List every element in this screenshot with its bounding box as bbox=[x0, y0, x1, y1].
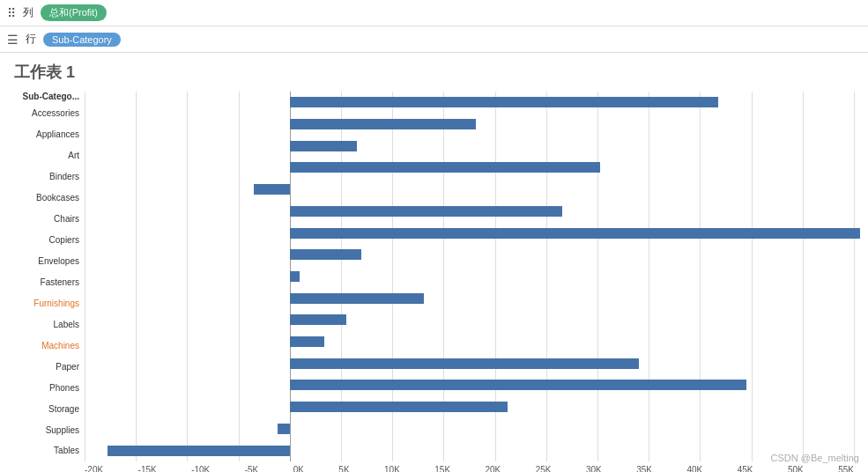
x-label-14: 50K bbox=[788, 465, 804, 472]
bar-binders bbox=[290, 162, 600, 173]
y-label-storage: Storage bbox=[48, 398, 79, 419]
x-label-13: 45K bbox=[738, 465, 753, 472]
grid-line-15 bbox=[854, 92, 855, 461]
bar-row-14 bbox=[85, 396, 854, 418]
y-label-machines: Machines bbox=[41, 335, 79, 356]
bar-storage bbox=[290, 402, 508, 412]
y-axis-header: Sub-Catego... bbox=[23, 92, 79, 101]
y-axis: Sub-Catego... AccessoriesAppliancesArtBi… bbox=[14, 92, 85, 461]
bar-row-6 bbox=[85, 222, 854, 244]
bar-row-7 bbox=[85, 244, 854, 266]
bar-row-3 bbox=[85, 157, 854, 179]
x-label-10: 30K bbox=[586, 465, 602, 472]
toolbar-columns: ⠿ 列 总和(Profit) bbox=[0, 0, 868, 26]
bar-labels bbox=[290, 314, 347, 325]
bar-appliances bbox=[290, 119, 476, 129]
bar-tables bbox=[108, 446, 289, 456]
x-label-3: -5K bbox=[245, 465, 259, 472]
bar-fasteners bbox=[290, 271, 300, 282]
chart-container: Sub-Catego... AccessoriesAppliancesArtBi… bbox=[14, 92, 854, 461]
bar-accessories bbox=[290, 97, 718, 107]
rows-icon: ☰ bbox=[7, 33, 19, 47]
bar-row-11 bbox=[85, 331, 854, 353]
bar-row-1 bbox=[85, 114, 854, 136]
x-label-7: 15K bbox=[434, 465, 450, 472]
y-label-phones: Phones bbox=[49, 377, 79, 398]
y-label-accessories: Accessories bbox=[32, 103, 79, 124]
bar-row-8 bbox=[85, 266, 854, 288]
x-label-5: 5K bbox=[338, 465, 349, 472]
watermark: CSDN @Be_melting bbox=[771, 453, 859, 463]
x-label-1: -15K bbox=[138, 465, 157, 472]
bar-row-15 bbox=[85, 418, 854, 440]
y-label-furnishings: Furnishings bbox=[33, 292, 79, 313]
bar-row-5 bbox=[85, 201, 854, 223]
bar-row-10 bbox=[85, 309, 854, 331]
bars-area bbox=[85, 92, 854, 461]
y-label-supplies: Supplies bbox=[46, 419, 79, 440]
y-label-envelopes: Envelopes bbox=[38, 251, 79, 272]
x-label-6: 10K bbox=[384, 465, 400, 472]
x-label-15: 55K bbox=[838, 465, 854, 472]
x-label-4: 0K bbox=[293, 465, 304, 472]
x-axis: -20K-15K-10K-5K0K5K10K15K20K25K30K35K40K… bbox=[85, 461, 854, 472]
x-label-2: -10K bbox=[191, 465, 210, 472]
bar-phones bbox=[290, 380, 746, 390]
y-label-labels: Labels bbox=[54, 313, 79, 335]
y-label-chairs: Chairs bbox=[54, 209, 79, 230]
bar-row-13 bbox=[85, 374, 854, 396]
y-label-bookcases: Bookcases bbox=[36, 188, 79, 209]
grid-and-bars bbox=[85, 92, 854, 461]
x-label-0: -20K bbox=[85, 465, 103, 472]
y-label-binders: Binders bbox=[49, 166, 79, 188]
y-label-paper: Paper bbox=[56, 356, 79, 377]
y-label-art: Art bbox=[68, 145, 79, 166]
rows-label: 行 bbox=[26, 32, 36, 47]
bar-chairs bbox=[290, 206, 563, 217]
bar-row-12 bbox=[85, 352, 854, 374]
bar-bookcases bbox=[254, 184, 289, 195]
bar-paper bbox=[290, 358, 639, 369]
x-label-9: 25K bbox=[536, 465, 552, 472]
sheet-title: 工作表 1 bbox=[14, 62, 854, 83]
bar-copiers bbox=[290, 228, 860, 239]
bar-supplies bbox=[278, 424, 290, 434]
bar-art bbox=[290, 141, 357, 151]
subcategory-pill[interactable]: Sub-Category bbox=[43, 33, 121, 47]
toolbar-rows: ☰ 行 Sub-Category bbox=[0, 26, 868, 53]
bar-furnishings bbox=[290, 293, 424, 304]
y-label-copiers: Copiers bbox=[49, 230, 79, 251]
bar-row-0 bbox=[85, 92, 854, 114]
bar-machines bbox=[290, 336, 324, 347]
bar-envelopes bbox=[290, 249, 361, 260]
profit-pill[interactable]: 总和(Profit) bbox=[41, 4, 107, 21]
x-label-11: 35K bbox=[636, 465, 652, 472]
chart-body bbox=[85, 92, 854, 461]
bar-row-16 bbox=[85, 439, 854, 461]
bar-row-9 bbox=[85, 287, 854, 309]
x-label-8: 20K bbox=[486, 465, 501, 472]
main-area: 工作表 1 Sub-Catego... AccessoriesAppliance… bbox=[0, 53, 868, 472]
columns-label: 列 bbox=[23, 5, 33, 20]
y-label-appliances: Appliances bbox=[36, 124, 79, 145]
y-label-tables: Tables bbox=[54, 440, 79, 461]
bar-row-2 bbox=[85, 135, 854, 157]
columns-icon: ⠿ bbox=[7, 6, 16, 20]
y-label-fasteners: Fasteners bbox=[41, 272, 79, 293]
x-label-12: 40K bbox=[686, 465, 702, 472]
bar-row-4 bbox=[85, 179, 854, 201]
